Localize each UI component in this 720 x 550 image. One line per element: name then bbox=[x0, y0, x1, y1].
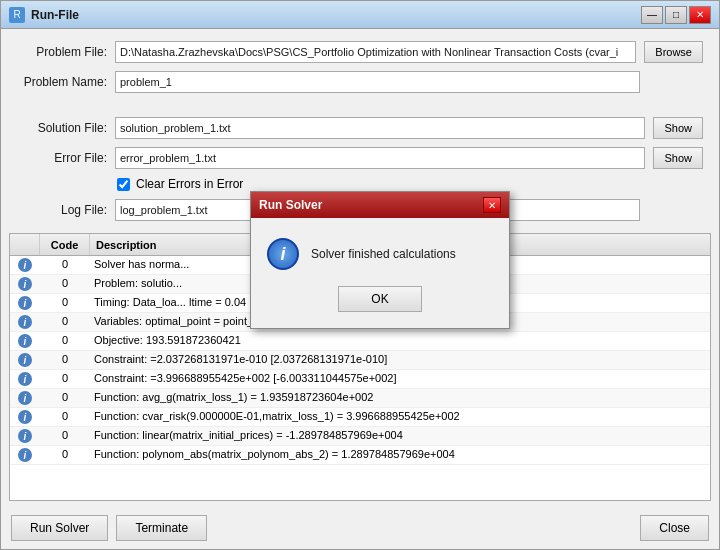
modal-title-bar: Run Solver ✕ bbox=[251, 192, 509, 218]
modal-message: Solver finished calculations bbox=[311, 247, 456, 261]
modal-info-icon: i bbox=[267, 238, 299, 270]
modal-dialog: Run Solver ✕ i Solver finished calculati… bbox=[250, 191, 510, 329]
ok-button[interactable]: OK bbox=[338, 286, 421, 312]
modal-close-button[interactable]: ✕ bbox=[483, 197, 501, 213]
modal-title: Run Solver bbox=[259, 198, 322, 212]
modal-message-row: i Solver finished calculations bbox=[267, 238, 493, 270]
modal-body: i Solver finished calculations OK bbox=[251, 218, 509, 328]
modal-overlay: Run Solver ✕ i Solver finished calculati… bbox=[0, 0, 720, 550]
